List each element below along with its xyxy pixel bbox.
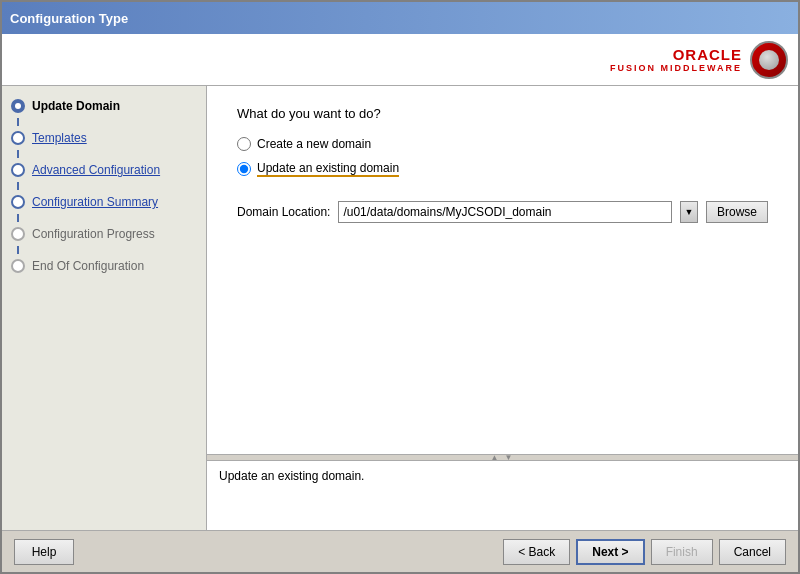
radio-item-update-existing-domain[interactable]: Update an existing domain [237, 161, 768, 177]
radio-group: Create a new domain Update an existing d… [237, 137, 768, 177]
sidebar-item-advanced-configuration[interactable]: Advanced Configuration [2, 158, 206, 182]
footer-right: < Back Next > Finish Cancel [503, 539, 786, 565]
sidebar-label-configuration-summary: Configuration Summary [32, 195, 158, 209]
radio-create-new-domain[interactable] [237, 137, 251, 151]
title-bar: Configuration Type [2, 2, 798, 34]
step-icon-advanced-config [10, 162, 26, 178]
oracle-brand: ORACLE [610, 46, 742, 63]
oracle-header: ORACLE FUSION MIDDLEWARE [2, 34, 798, 86]
sidebar-connector-5 [17, 246, 19, 254]
step-icon-update-domain [10, 98, 26, 114]
sidebar-label-configuration-progress: Configuration Progress [32, 227, 155, 241]
step-icon-end-config [10, 258, 26, 274]
description-panel: Update an existing domain. [207, 460, 798, 530]
main-window: Configuration Type ORACLE FUSION MIDDLEW… [0, 0, 800, 574]
sidebar-item-end-of-configuration: End Of Configuration [2, 254, 206, 278]
content-area: What do you want to do? Create a new dom… [207, 86, 798, 454]
sidebar-label-advanced-configuration: Advanced Configuration [32, 163, 160, 177]
oracle-icon [750, 41, 788, 79]
back-button[interactable]: < Back [503, 539, 570, 565]
radio-item-create-new-domain[interactable]: Create a new domain [237, 137, 768, 151]
content-panel: What do you want to do? Create a new dom… [207, 86, 798, 530]
help-button[interactable]: Help [14, 539, 74, 565]
sidebar-item-update-domain[interactable]: Update Domain [2, 94, 206, 118]
footer: Help < Back Next > Finish Cancel [2, 530, 798, 572]
step-icon-config-summary [10, 194, 26, 210]
next-button[interactable]: Next > [576, 539, 644, 565]
sidebar-label-end-of-configuration: End Of Configuration [32, 259, 144, 273]
window-title: Configuration Type [10, 11, 790, 26]
sidebar-label-templates: Templates [32, 131, 87, 145]
sidebar: Update Domain Templates Advanced Configu… [2, 86, 207, 530]
sidebar-connector-4 [17, 214, 19, 222]
radio-update-existing-domain[interactable] [237, 162, 251, 176]
cancel-button[interactable]: Cancel [719, 539, 786, 565]
oracle-logo: ORACLE FUSION MIDDLEWARE [610, 41, 788, 79]
sidebar-connector-1 [17, 118, 19, 126]
sidebar-label-update-domain: Update Domain [32, 99, 120, 113]
domain-location-row: Domain Location: ▼ Browse [237, 201, 768, 223]
browse-button[interactable]: Browse [706, 201, 768, 223]
sidebar-connector-2 [17, 150, 19, 158]
step-icon-config-progress [10, 226, 26, 242]
main-content: Update Domain Templates Advanced Configu… [2, 86, 798, 530]
oracle-subtitle: FUSION MIDDLEWARE [610, 63, 742, 73]
finish-button[interactable]: Finish [651, 539, 713, 565]
sidebar-item-templates[interactable]: Templates [2, 126, 206, 150]
footer-left: Help [14, 539, 74, 565]
domain-location-dropdown[interactable]: ▼ [680, 201, 698, 223]
radio-label-update-existing-domain: Update an existing domain [257, 161, 399, 177]
sidebar-connector-3 [17, 182, 19, 190]
radio-label-create-new-domain: Create a new domain [257, 137, 371, 151]
domain-location-input[interactable] [338, 201, 672, 223]
sidebar-item-configuration-progress: Configuration Progress [2, 222, 206, 246]
step-icon-templates [10, 130, 26, 146]
domain-location-label: Domain Location: [237, 205, 330, 219]
description-text: Update an existing domain. [219, 469, 364, 483]
sidebar-item-configuration-summary[interactable]: Configuration Summary [2, 190, 206, 214]
question-text: What do you want to do? [237, 106, 768, 121]
